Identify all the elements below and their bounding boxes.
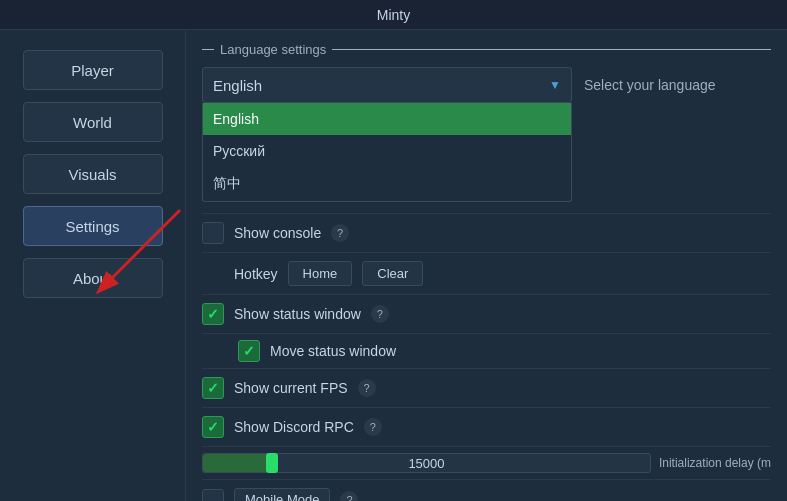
move-status-checkbox[interactable] <box>238 340 260 362</box>
show-status-help[interactable]: ? <box>371 305 389 323</box>
show-fps-checkbox[interactable] <box>202 377 224 399</box>
move-status-label: Move status window <box>270 343 396 359</box>
show-discord-label: Show Discord RPC <box>234 419 354 435</box>
show-status-checkbox[interactable] <box>202 303 224 325</box>
show-fps-label: Show current FPS <box>234 380 348 396</box>
show-fps-row: Show current FPS ? <box>202 368 771 407</box>
slider-value: 15000 <box>408 456 444 471</box>
hotkey-clear-button[interactable]: Clear <box>362 261 423 286</box>
sidebar-item-player[interactable]: Player <box>23 50 163 90</box>
show-console-row: Show console ? <box>202 213 771 252</box>
show-status-row: Show status window ? <box>202 294 771 333</box>
language-dropdown: EnglishРусский简中 <box>202 103 572 202</box>
mobile-mode-row: Mobile Mode ? <box>202 479 771 501</box>
show-discord-help[interactable]: ? <box>364 418 382 436</box>
app-title: Minty <box>377 7 410 23</box>
show-fps-help[interactable]: ? <box>358 379 376 397</box>
sidebar-item-about[interactable]: About <box>23 258 163 298</box>
language-select-display[interactable]: English ▼ <box>202 67 572 103</box>
section-header: Language settings <box>202 42 771 57</box>
hotkey-row: Hotkey Home Clear <box>202 252 771 294</box>
sidebar-item-world[interactable]: World <box>23 102 163 142</box>
language-current-value: English <box>213 77 262 94</box>
mobile-mode-help[interactable]: ? <box>340 491 358 502</box>
slider-fill <box>203 454 270 472</box>
mobile-mode-checkbox[interactable] <box>202 489 224 502</box>
show-console-checkbox[interactable] <box>202 222 224 244</box>
lang-option-english[interactable]: English <box>203 103 571 135</box>
show-status-label: Show status window <box>234 306 361 322</box>
lang-option-chinese[interactable]: 简中 <box>203 167 571 201</box>
content-inner: Language settings English ▼ EnglishРусск… <box>186 30 787 501</box>
language-select-row: English ▼ EnglishРусский简中 Select your l… <box>202 67 771 103</box>
show-console-label: Show console <box>234 225 321 241</box>
sidebar-item-settings[interactable]: Settings <box>23 206 163 246</box>
slider-row: 15000 Initialization delay (m <box>202 446 771 479</box>
dropdown-arrow-icon: ▼ <box>549 78 561 92</box>
hotkey-value-button[interactable]: Home <box>288 261 353 286</box>
show-console-help[interactable]: ? <box>331 224 349 242</box>
title-bar: Minty <box>0 0 787 30</box>
content-area[interactable]: Language settings English ▼ EnglishРусск… <box>185 30 787 501</box>
sidebar-item-visuals[interactable]: Visuals <box>23 154 163 194</box>
slider-track[interactable]: 15000 <box>202 453 651 473</box>
slider-hint: Initialization delay (m <box>659 456 771 470</box>
mobile-mode-label: Mobile Mode <box>234 488 330 501</box>
sidebar: PlayerWorldVisualsSettingsAbout <box>0 30 185 501</box>
show-discord-checkbox[interactable] <box>202 416 224 438</box>
language-select-wrapper: English ▼ EnglishРусский简中 <box>202 67 572 103</box>
language-hint: Select your language <box>584 77 716 93</box>
move-status-row: Move status window <box>202 333 771 368</box>
main-layout: PlayerWorldVisualsSettingsAbout Language… <box>0 30 787 501</box>
lang-option-russian[interactable]: Русский <box>203 135 571 167</box>
show-discord-row: Show Discord RPC ? <box>202 407 771 446</box>
slider-thumb[interactable] <box>266 453 278 473</box>
hotkey-label: Hotkey <box>234 266 278 282</box>
